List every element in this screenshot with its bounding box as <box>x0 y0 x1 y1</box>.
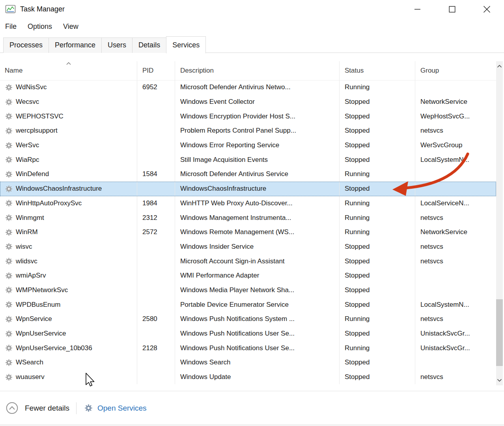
fewer-details-label: Fewer details <box>25 404 69 413</box>
service-status: Running <box>345 83 370 91</box>
service-group: LocalSystemN... <box>420 301 469 309</box>
service-name: WSearch <box>16 358 43 366</box>
service-group: NetworkService <box>420 228 467 236</box>
task-manager-icon <box>5 4 16 15</box>
menu-view[interactable]: View <box>58 23 84 31</box>
service-gear-icon <box>5 257 13 265</box>
service-name: wmiApSrv <box>16 272 46 280</box>
service-row[interactable]: Winmgmt 2312 Windows Management Instrume… <box>0 210 496 225</box>
vertical-scrollbar[interactable] <box>496 61 503 385</box>
service-name: WpnService <box>16 315 52 323</box>
service-description: Windows Push Notifications User Se... <box>180 344 295 352</box>
column-header-group[interactable]: Group <box>415 61 496 80</box>
service-row[interactable]: WinHttpAutoProxySvc 1984 WinHTTP Web Pro… <box>0 196 496 211</box>
service-description: Windows Push Notifications User Se... <box>180 330 295 338</box>
service-group: netsvcs <box>420 214 443 222</box>
column-header-name[interactable]: Name <box>0 61 137 80</box>
scrollbar-track[interactable] <box>496 71 503 375</box>
service-status: Stopped <box>345 330 370 338</box>
service-description: Windows Push Notifications System ... <box>180 315 295 323</box>
service-group: WepHostSvcG... <box>420 113 470 120</box>
service-row[interactable]: WerSvc Windows Error Reporting Service S… <box>0 138 496 153</box>
service-row[interactable]: wuauserv Windows Update Stopped netsvcs <box>0 370 496 385</box>
service-name: WerSvc <box>16 141 39 149</box>
service-status: Stopped <box>345 127 370 135</box>
service-row[interactable]: WinDefend 1584 Microsoft Defender Antivi… <box>0 167 496 182</box>
maximize-icon <box>449 6 455 13</box>
fewer-details-button[interactable]: Fewer details <box>6 402 69 414</box>
service-name: Wecsvc <box>16 98 39 106</box>
tab-users[interactable]: Users <box>101 38 133 53</box>
service-row[interactable]: wercplsupport Problem Reports Control Pa… <box>0 124 496 138</box>
service-row[interactable]: WpnUserService_10b036 2128 Windows Push … <box>0 341 496 355</box>
service-row[interactable]: WinRM 2572 Windows Remote Management (WS… <box>0 225 496 240</box>
titlebar[interactable]: Task Manager <box>0 0 504 18</box>
tab-performance[interactable]: Performance <box>49 38 102 53</box>
service-row[interactable]: WpnUserService Windows Push Notification… <box>0 327 496 341</box>
service-description: Microsoft Defender Antivirus Service <box>180 170 288 178</box>
service-group: UnistackSvcGr... <box>420 330 470 338</box>
service-status: Running <box>345 214 370 222</box>
service-row[interactable]: WiaRpc Still Image Acquisition Events St… <box>0 152 496 167</box>
chevron-up-circle-icon <box>6 402 18 414</box>
table-header: Name PID Description Status Group <box>0 61 496 81</box>
service-gear-icon <box>5 243 13 250</box>
service-name: WdNisSvc <box>16 83 47 91</box>
service-row[interactable]: wmiApSrv WMI Performance Adapter Stopped <box>0 268 496 283</box>
close-button[interactable] <box>469 0 504 18</box>
tab-details[interactable]: Details <box>132 38 166 53</box>
service-name: wisvc <box>16 243 32 251</box>
service-row[interactable]: wisvc Windows Insider Service Stopped ne… <box>0 240 496 254</box>
service-gear-icon <box>5 199 13 207</box>
service-status: Stopped <box>345 156 370 164</box>
service-name: WiaRpc <box>16 156 39 164</box>
service-name: wuauserv <box>16 373 45 381</box>
service-gear-icon <box>5 84 13 91</box>
column-header-status-label: Status <box>345 67 364 75</box>
maximize-button[interactable] <box>435 0 469 18</box>
service-row[interactable]: WEPHOSTSVC Windows Encryption Provider H… <box>0 109 496 124</box>
minimize-button[interactable] <box>400 0 435 18</box>
column-header-group-label: Group <box>420 67 439 75</box>
service-row[interactable]: WdNisSvc 6952 Microsoft Defender Antivir… <box>0 80 496 95</box>
service-description: Still Image Acquisition Events <box>180 156 268 164</box>
service-name: WpnUserService_10b036 <box>16 344 92 352</box>
task-manager-window: Task Manager File Options View Processes… <box>0 0 504 426</box>
service-group: LocalServiceN... <box>420 199 469 207</box>
service-status: Running <box>345 315 370 323</box>
menu-file[interactable]: File <box>0 23 22 31</box>
service-name: WinHttpAutoProxySvc <box>16 199 82 207</box>
service-status: Stopped <box>345 243 370 251</box>
service-gear-icon <box>5 286 13 294</box>
column-header-description[interactable]: Description <box>175 61 339 80</box>
open-services-link[interactable]: Open Services <box>84 404 147 413</box>
service-gear-icon <box>5 229 13 236</box>
scroll-up-button[interactable] <box>496 61 503 71</box>
menu-options[interactable]: Options <box>22 23 58 31</box>
service-row[interactable]: WMPNetworkSvc Windows Media Player Netwo… <box>0 283 496 298</box>
service-row[interactable]: Wecsvc Windows Event Collector Stopped N… <box>0 95 496 109</box>
service-pid: 1584 <box>142 170 157 178</box>
tab-services[interactable]: Services <box>166 36 206 53</box>
service-description: Windows Update <box>180 373 231 381</box>
service-pid: 6952 <box>142 83 157 91</box>
service-status: Stopped <box>345 286 370 294</box>
service-row[interactable]: WindowsChaosInfrastructure WindowsChaosI… <box>0 182 496 196</box>
scrollbar-thumb[interactable] <box>496 299 503 366</box>
service-name: WMPNetworkSvc <box>16 286 68 294</box>
service-row[interactable]: wlidsvc Microsoft Account Sign-in Assist… <box>0 254 496 268</box>
service-gear-icon <box>5 113 13 120</box>
service-name: WpnUserService <box>16 330 66 338</box>
service-row[interactable]: WPDBusEnum Portable Device Enumerator Se… <box>0 297 496 312</box>
column-header-status[interactable]: Status <box>339 61 415 80</box>
column-header-pid[interactable]: PID <box>137 61 175 80</box>
scroll-down-button[interactable] <box>496 375 503 385</box>
service-row[interactable]: WpnService 2580 Windows Push Notificatio… <box>0 312 496 327</box>
service-gear-icon <box>5 98 13 106</box>
tab-processes[interactable]: Processes <box>3 38 49 53</box>
service-gear-icon <box>5 214 13 221</box>
chevron-down-icon <box>497 379 502 382</box>
column-header-pid-label: PID <box>142 67 153 75</box>
service-row[interactable]: WSearch Windows Search Stopped <box>0 355 496 370</box>
service-gear-icon <box>5 315 13 323</box>
